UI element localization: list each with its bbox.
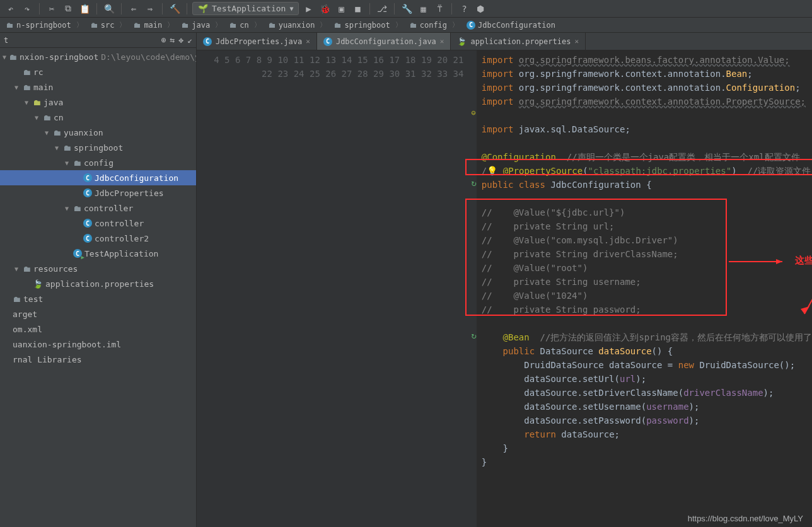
close-icon[interactable]: ✕ (306, 37, 310, 45)
hide-icon[interactable]: ↙ (187, 35, 192, 45)
tree-item-TestApplication[interactable]: C▶TestApplication (0, 246, 196, 261)
tree-item-resources[interactable]: ▼🖿resources (0, 261, 196, 276)
tree-item-nxion-springboot[interactable]: ▼🖿nxion-springboot D:\leyou\code\demo\yu… (0, 49, 196, 64)
annotation-text: 这些就不需要了，注释或者删掉 (795, 253, 812, 267)
locate-icon[interactable]: ⊕ (161, 35, 166, 45)
tree-item-cn[interactable]: ▼🖿cn (0, 110, 196, 125)
tab-JdbcProperties.java[interactable]: CJdbcProperties.java✕ (197, 33, 317, 50)
build-icon[interactable]: 🔨 (168, 2, 182, 16)
tree-item-rnal Libraries[interactable]: rnal Libraries (0, 352, 196, 367)
breadcrumb-JdbcConfiguration[interactable]: CJdbcConfiguration (463, 21, 564, 30)
folder-icon: 🖿 (13, 294, 21, 304)
chevron-icon: ▼ (63, 159, 71, 166)
sidebar-header: t ⊕ ⇆ ✥ ↙ (0, 33, 196, 48)
run-icon[interactable]: ▶ (301, 2, 315, 16)
gutter-fold-icon[interactable]: ⊖ (471, 108, 475, 117)
annotation-box-1 (465, 159, 812, 175)
code-editor[interactable]: 4 5 6 7 8 9 10 11 12 13 14 15 16 17 18 1… (197, 50, 812, 527)
tree-item-rc[interactable]: 🖿rc (0, 64, 196, 79)
settings-icon[interactable]: ✥ (178, 35, 183, 45)
run-configuration-selector[interactable]: 🌱 TestApplication ▼ (192, 2, 299, 15)
tree-item-om.xml[interactable]: om.xml (0, 321, 196, 337)
breadcrumb-src[interactable]: 🖿src (87, 20, 130, 30)
line-gutter: 4 5 6 7 8 9 10 11 12 13 14 15 16 17 18 1… (197, 50, 470, 527)
package-icon: 🖿 (73, 158, 81, 168)
back-icon[interactable]: ⇐ (127, 2, 141, 16)
properties-icon: 🍃 (457, 37, 467, 46)
tree-item-arget[interactable]: arget (0, 306, 196, 321)
codota-icon[interactable]: ⬢ (473, 2, 487, 16)
close-icon[interactable]: ✕ (574, 37, 579, 45)
tree-item-controller[interactable]: Ccontroller (0, 216, 196, 231)
tree-item-uanxion-springboot.iml[interactable]: uanxion-springboot.iml (0, 337, 196, 352)
class-icon: C (83, 188, 92, 197)
copy-icon[interactable]: ⧉ (61, 2, 75, 16)
main-toolbar: ↶ ↷ ✂ ⧉ 📋 🔍 ⇐ ⇒ 🔨 🌱 TestApplication ▼ ▶ … (0, 0, 812, 18)
package-icon: 🖿 (73, 204, 81, 213)
folder-icon: 🖿 (33, 98, 41, 107)
forward-icon[interactable]: ⇒ (143, 2, 157, 16)
structure-icon[interactable]: ▦ (416, 2, 430, 16)
properties-icon: 🍃 (33, 279, 43, 289)
project-sidebar: t ⊕ ⇆ ✥ ↙ ▼🖿nxion-springboot D:\leyou\co… (0, 33, 197, 527)
collapse-icon[interactable]: ⇆ (170, 35, 175, 45)
tree-item-controller2[interactable]: Ccontroller2 (0, 231, 196, 246)
chevron-icon: ▼ (23, 99, 30, 106)
breadcrumb-springboot[interactable]: 🖿springboot (330, 20, 405, 30)
help-icon[interactable]: ? (457, 2, 471, 16)
tree-item-JdbcProperties[interactable]: CJdbcProperties (0, 185, 196, 200)
vcs-icon[interactable]: ⎇ (375, 2, 389, 16)
chevron-icon: ▼ (43, 129, 50, 136)
tab-application.properties[interactable]: 🍃application.properties✕ (451, 33, 586, 50)
editor-area: CJdbcProperties.java✕CJdbcConfiguration.… (197, 33, 812, 527)
folder-icon: 🖿 (182, 21, 189, 30)
close-icon[interactable]: ✕ (440, 37, 444, 45)
chevron-icon: ▼ (3, 54, 6, 61)
breadcrumb-java[interactable]: 🖿java (178, 20, 226, 30)
find-icon[interactable]: 🔍 (102, 2, 116, 16)
class-icon: C (203, 37, 212, 46)
paste-icon[interactable]: 📋 (78, 2, 91, 16)
package-icon: 🖿 (63, 143, 71, 153)
folder-icon: 🖿 (91, 21, 98, 30)
breadcrumb-yuanxion[interactable]: 🖿yuanxion (265, 20, 331, 30)
package-icon: 🖿 (53, 128, 61, 137)
tree-item-main[interactable]: ▼🖿main (0, 79, 196, 95)
chevron-icon: ▼ (13, 84, 20, 91)
gutter-run-icon[interactable]: ↻ (471, 178, 476, 188)
run-config-label: TestApplication (212, 4, 286, 13)
hierarchy-icon[interactable]: ⍡ (432, 2, 446, 16)
stop-icon[interactable]: ■ (351, 2, 364, 16)
tree-item-config[interactable]: ▼🖿config (0, 155, 196, 170)
folder-icon: 🖿 (334, 21, 342, 30)
tree-item-application.properties[interactable]: 🍃application.properties (0, 276, 196, 291)
folder-icon: 🖿 (23, 67, 31, 77)
tree-item-controller[interactable]: ▼🖿controller (0, 200, 196, 216)
coverage-icon[interactable]: ▣ (334, 2, 348, 16)
wrench-icon[interactable]: 🔧 (400, 2, 414, 16)
chevron-icon: ▼ (53, 144, 61, 151)
class-run-icon: C▶ (73, 249, 82, 258)
tree-item-yuanxion[interactable]: ▼🖿yuanxion (0, 125, 196, 140)
tab-JdbcConfiguration.java[interactable]: CJdbcConfiguration.java✕ (317, 33, 451, 50)
breadcrumb-cn[interactable]: 🖿cn (226, 20, 264, 30)
cut-icon[interactable]: ✂ (45, 2, 59, 16)
project-tree[interactable]: ▼🖿nxion-springboot D:\leyou\code\demo\yu… (0, 48, 196, 527)
class-icon: C (83, 234, 92, 243)
app-icon: 🌱 (198, 4, 208, 13)
undo-icon[interactable]: ↶ (4, 2, 18, 16)
tree-item-test[interactable]: 🖿test (0, 291, 196, 306)
breadcrumb-n-springboot[interactable]: 🖿n-springboot (3, 20, 87, 30)
folder-icon: 🖿 (23, 83, 31, 92)
folder-icon: 🖿 (229, 21, 237, 30)
tree-item-springboot[interactable]: ▼🖿springboot (0, 140, 196, 155)
tree-item-java[interactable]: ▼🖿java (0, 95, 196, 110)
breadcrumb-config[interactable]: 🖿config (406, 20, 463, 30)
folder-icon: 🖿 (23, 264, 31, 274)
tree-item-JdbcConfiguration[interactable]: CJdbcConfiguration (0, 170, 196, 185)
redo-icon[interactable]: ↷ (20, 2, 34, 16)
breadcrumb-main[interactable]: 🖿main (130, 20, 178, 30)
debug-icon[interactable]: 🐞 (318, 2, 332, 16)
code-content[interactable]: import org.springframework.beans.factory… (477, 50, 812, 527)
gutter-bean-icon[interactable]: ↻ (471, 330, 476, 340)
